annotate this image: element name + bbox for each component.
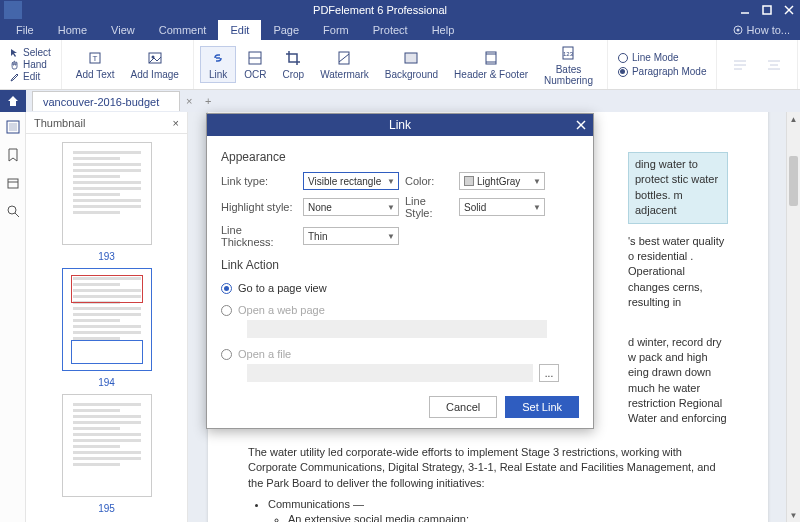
new-tab-button[interactable]: +	[198, 95, 218, 107]
svg-text:T: T	[93, 54, 98, 63]
svg-rect-28	[9, 123, 17, 131]
open-web-page-option[interactable]: Open a web page	[221, 304, 579, 316]
add-text-tool[interactable]: TAdd Text	[68, 47, 123, 82]
set-link-button[interactable]: Set Link	[505, 396, 579, 418]
color-dropdown[interactable]: LightGray▼	[459, 172, 545, 190]
appearance-heading: Appearance	[221, 150, 579, 164]
scroll-thumb[interactable]	[789, 156, 798, 206]
pencil-icon	[10, 72, 20, 82]
radio-icon	[221, 349, 232, 360]
go-to-page-view-option[interactable]: Go to a page view	[221, 282, 579, 294]
scroll-up-button[interactable]: ▲	[787, 112, 800, 126]
link-action-heading: Link Action	[221, 258, 579, 272]
menu-edit[interactable]: Edit	[218, 20, 261, 40]
link-icon	[209, 49, 227, 67]
home-icon	[7, 95, 19, 107]
page-thumbnail[interactable]	[62, 268, 152, 371]
menu-page[interactable]: Page	[261, 20, 311, 40]
close-button[interactable]	[778, 0, 800, 20]
svg-rect-29	[8, 179, 18, 188]
align-icon	[766, 59, 782, 71]
line-thickness-label: Line Thickness:	[221, 224, 297, 248]
menu-view[interactable]: View	[99, 20, 147, 40]
page-thumbnail[interactable]	[62, 394, 152, 497]
bookmarks-panel-button[interactable]	[6, 148, 20, 162]
bates-numbering-tool[interactable]: 123Bates Numbering	[536, 42, 601, 88]
line-thickness-dropdown[interactable]: Thin▼	[303, 227, 399, 245]
app-title: PDFelement 6 Professional	[26, 4, 734, 16]
hand-icon	[10, 60, 20, 70]
ocr-tool[interactable]: OCR	[236, 47, 274, 82]
thumbnail-panel-close[interactable]: ×	[173, 117, 179, 129]
attachments-panel-button[interactable]	[6, 176, 20, 190]
link-type-dropdown[interactable]: Visible rectangle▼	[303, 172, 399, 190]
file-path-input[interactable]	[247, 364, 533, 382]
vertical-scrollbar[interactable]: ▲ ▼	[786, 112, 800, 522]
dialog-close-button[interactable]	[573, 117, 589, 133]
select-tool[interactable]: Select	[10, 47, 51, 58]
add-image-tool[interactable]: Add Image	[123, 47, 187, 82]
highlight-style-dropdown[interactable]: None▼	[303, 198, 399, 216]
browse-file-button[interactable]: ...	[539, 364, 559, 382]
menu-protect[interactable]: Protect	[361, 20, 420, 40]
thumbnails-panel-button[interactable]	[6, 120, 20, 134]
watermark-icon	[335, 49, 353, 67]
menu-file[interactable]: File	[4, 20, 46, 40]
chevron-down-icon: ▼	[387, 203, 395, 212]
menu-form[interactable]: Form	[311, 20, 361, 40]
crop-tool[interactable]: Crop	[275, 47, 313, 82]
line-mode-radio[interactable]: Line Mode	[618, 51, 707, 64]
page-number-label: 195	[98, 503, 115, 514]
web-url-input[interactable]	[247, 320, 547, 338]
align-tool-2[interactable]	[757, 54, 791, 76]
home-tab-button[interactable]	[0, 90, 26, 112]
svg-text:123: 123	[563, 51, 574, 57]
chevron-down-icon: ▼	[387, 232, 395, 241]
open-file-option[interactable]: Open a file	[221, 348, 579, 360]
page-thumbnail[interactable]	[62, 142, 152, 245]
svg-point-31	[8, 206, 16, 214]
document-tab[interactable]: vancouver-2016-budget	[32, 91, 180, 111]
page-number-label: 193	[98, 251, 115, 262]
page-number-label: 194	[98, 377, 115, 388]
search-panel-button[interactable]	[6, 204, 20, 218]
line-style-dropdown[interactable]: Solid▼	[459, 198, 545, 216]
menu-help[interactable]: Help	[420, 20, 467, 40]
thumbnail-panel-title: Thumbnail	[34, 117, 85, 129]
radio-icon	[221, 283, 232, 294]
link-dialog: Link Appearance Link type: Visible recta…	[206, 113, 594, 429]
maximize-button[interactable]	[756, 0, 778, 20]
hand-tool[interactable]: Hand	[10, 59, 51, 70]
image-icon	[146, 49, 164, 67]
menu-home[interactable]: Home	[46, 20, 99, 40]
edit-tool[interactable]: Edit	[10, 71, 51, 82]
ribbon: Select Hand Edit TAdd Text Add Image Lin…	[0, 40, 800, 90]
menu-comment[interactable]: Comment	[147, 20, 219, 40]
align-tool-1[interactable]	[723, 54, 757, 76]
app-icon	[4, 1, 22, 19]
title-bar: PDFelement 6 Professional	[0, 0, 800, 20]
link-tool[interactable]: Link	[200, 46, 236, 83]
svg-rect-1	[763, 6, 771, 14]
svg-rect-15	[405, 53, 417, 63]
background-tool[interactable]: Background	[377, 47, 446, 82]
cursor-icon	[10, 48, 20, 58]
link-type-label: Link type:	[221, 175, 297, 187]
scroll-down-button[interactable]: ▼	[787, 508, 800, 522]
chevron-down-icon: ▼	[533, 177, 541, 186]
background-icon	[402, 49, 420, 67]
line-style-label: Line Style:	[405, 195, 453, 219]
color-label: Color:	[405, 175, 453, 187]
crop-icon	[284, 49, 302, 67]
text-icon: T	[86, 49, 104, 67]
watermark-tool[interactable]: Watermark	[312, 47, 377, 82]
paragraph-mode-radio[interactable]: Paragraph Mode	[618, 65, 707, 78]
header-footer-tool[interactable]: Header & Footer	[446, 47, 536, 82]
dialog-titlebar: Link	[207, 114, 593, 136]
chevron-down-icon: ▼	[533, 203, 541, 212]
minimize-button[interactable]	[734, 0, 756, 20]
cancel-button[interactable]: Cancel	[429, 396, 497, 418]
chevron-down-icon: ▼	[387, 177, 395, 186]
tab-close-button[interactable]: ×	[180, 95, 198, 107]
how-to-link[interactable]: How to...	[723, 24, 800, 36]
